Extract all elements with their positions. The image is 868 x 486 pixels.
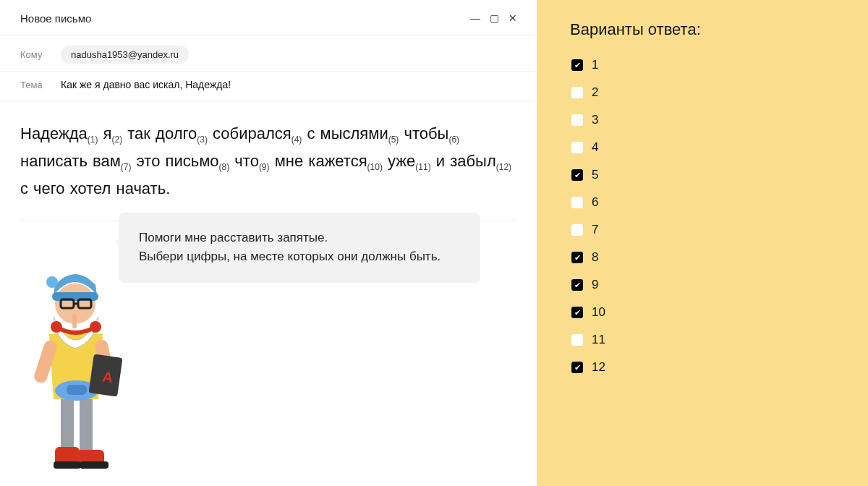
answer-option[interactable]: 9 — [570, 278, 868, 292]
answer-option[interactable]: 11 — [570, 333, 868, 347]
checkbox-icon[interactable] — [571, 307, 583, 318]
option-label: 12 — [592, 360, 605, 375]
checkbox-icon[interactable] — [571, 252, 583, 263]
word: с мыслями — [307, 124, 388, 142]
word: собирался — [213, 124, 292, 142]
option-label: 8 — [592, 250, 598, 265]
svg-point-20 — [90, 321, 101, 333]
maximize-icon[interactable]: ▢ — [485, 9, 503, 27]
marker: (8) — [219, 162, 230, 172]
answer-option[interactable]: 1 — [570, 58, 868, 72]
compose-window: Новое письмо — ▢ ✕ Кому nadusha1953@yand… — [0, 0, 537, 486]
answer-option[interactable]: 8 — [570, 250, 868, 265]
option-label: 4 — [592, 140, 598, 155]
recipient-chip[interactable]: nadusha1953@yandex.ru — [61, 46, 189, 64]
option-label: 11 — [592, 333, 605, 347]
option-label: 7 — [592, 223, 598, 237]
speech-bubble: Помоги мне расставить запятые. Выбери ци… — [119, 213, 480, 283]
option-label: 5 — [592, 168, 598, 182]
svg-rect-0 — [61, 392, 74, 450]
options-list: 123456789101112 — [570, 58, 868, 375]
marker: (12) — [496, 162, 511, 172]
subject-label: Тема — [20, 80, 49, 90]
answer-option[interactable]: 12 — [570, 360, 868, 375]
marker: (2) — [111, 135, 122, 145]
word: чтобы — [404, 124, 448, 142]
close-icon[interactable]: ✕ — [503, 9, 522, 27]
to-label: Кому — [20, 49, 49, 60]
option-label: 1 — [592, 58, 598, 72]
answer-option[interactable]: 5 — [570, 168, 868, 182]
character-illustration: А — [10, 247, 140, 486]
answer-option[interactable]: 2 — [570, 85, 868, 100]
svg-text:А: А — [101, 369, 114, 386]
checkbox-icon[interactable] — [571, 334, 583, 346]
speech-line: Помоги мне расставить запятые. — [139, 229, 460, 247]
checkbox-icon[interactable] — [571, 142, 583, 153]
marker: (1) — [88, 135, 98, 145]
answer-option[interactable]: 10 — [570, 305, 868, 320]
checkbox-icon[interactable] — [571, 279, 583, 291]
marker: (11) — [415, 162, 430, 172]
checkbox-icon[interactable] — [571, 169, 583, 181]
checkbox-icon[interactable] — [571, 197, 583, 208]
word: Надежда — [20, 124, 88, 142]
svg-rect-5 — [54, 461, 81, 469]
answer-option[interactable]: 7 — [570, 223, 868, 237]
word: это письмо — [137, 152, 219, 170]
marker: (3) — [197, 135, 208, 145]
answer-option[interactable]: 4 — [570, 140, 868, 155]
checkbox-icon[interactable] — [571, 87, 583, 98]
option-label: 9 — [592, 278, 598, 292]
speech-line: Выбери цифры, на месте которых они должн… — [139, 247, 460, 266]
word: так долго — [127, 124, 197, 142]
answers-panel: Варианты ответа: 123456789101112 — [537, 0, 868, 486]
svg-point-19 — [51, 321, 62, 333]
titlebar: Новое письмо — ▢ ✕ — [0, 0, 537, 35]
checkbox-icon[interactable] — [571, 224, 583, 236]
to-row: Кому nadusha1953@yandex.ru — [0, 35, 537, 72]
checkbox-icon[interactable] — [571, 362, 583, 373]
marker: (7) — [121, 162, 132, 172]
checkbox-icon[interactable] — [571, 114, 583, 126]
marker: (10) — [367, 162, 383, 172]
option-label: 6 — [592, 195, 598, 210]
answer-option[interactable]: 3 — [570, 113, 868, 127]
marker: (9) — [259, 162, 270, 172]
body-text: Надежда(1) я(2) так долго(3) собирался(4… — [20, 120, 516, 202]
word: написать вам — [20, 152, 121, 170]
option-label: 3 — [592, 113, 598, 127]
svg-rect-9 — [67, 385, 87, 395]
svg-point-14 — [46, 276, 58, 288]
subject-value[interactable]: Как же я давно вас искал, Надежда! — [61, 79, 231, 90]
window-title: Новое письмо — [20, 12, 91, 25]
word: с чего хотел начать. — [20, 179, 170, 197]
answers-title: Варианты ответа: — [570, 20, 868, 39]
answer-option[interactable]: 6 — [570, 195, 868, 210]
svg-rect-18 — [72, 314, 77, 328]
minimize-icon[interactable]: — — [466, 9, 485, 27]
checkbox-icon[interactable] — [571, 59, 583, 71]
word: мне кажется — [275, 152, 367, 170]
option-label: 2 — [592, 85, 598, 100]
svg-rect-4 — [80, 461, 109, 469]
option-label: 10 — [592, 305, 605, 320]
word: я — [103, 124, 112, 142]
marker: (4) — [292, 135, 302, 145]
marker: (6) — [448, 135, 459, 145]
word: уже — [388, 152, 415, 170]
subject-row: Тема Как же я давно вас искал, Надежда! — [0, 72, 537, 101]
svg-rect-1 — [80, 392, 93, 450]
word: и забыл — [436, 152, 496, 170]
message-body[interactable]: Надежда(1) я(2) так долго(3) собирался(4… — [0, 101, 537, 221]
marker: (5) — [388, 135, 399, 145]
word: что — [234, 152, 259, 170]
